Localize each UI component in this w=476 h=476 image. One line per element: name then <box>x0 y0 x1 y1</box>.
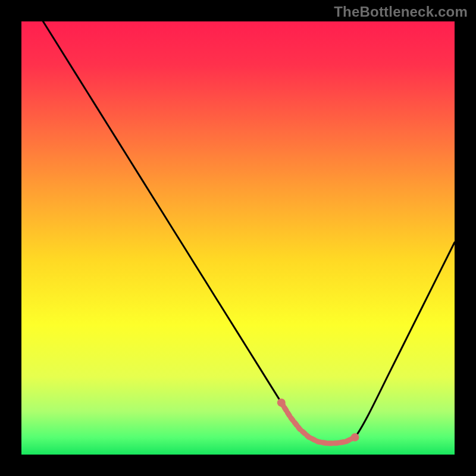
watermark-text: TheBottleneck.com <box>334 4 468 20</box>
optimal-range-end-marker <box>351 433 359 441</box>
chart-canvas <box>0 0 476 476</box>
optimal-range-start-marker <box>277 399 286 407</box>
bottleneck-chart: TheBottleneck.com <box>0 0 476 476</box>
plot-background <box>21 21 455 455</box>
